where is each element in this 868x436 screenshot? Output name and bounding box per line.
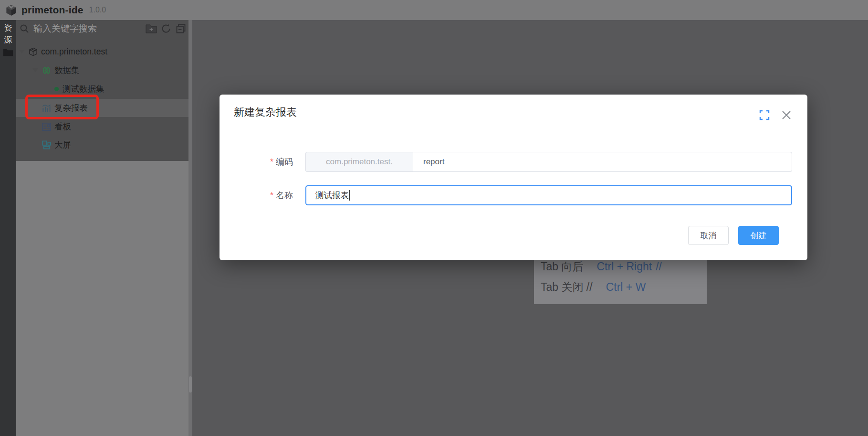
code-prefix: com.primeton.test. (305, 152, 413, 172)
search-icon (20, 24, 29, 33)
close-icon[interactable] (781, 109, 792, 121)
bigscreen-icon (42, 140, 51, 149)
cancel-button[interactable]: 取消 (688, 226, 729, 245)
hint-label: Tab 关闭 // (541, 281, 593, 293)
dialog-title: 新建复杂报表 (234, 105, 297, 119)
tree-item-label: 数据集 (54, 64, 80, 76)
shortcut-hint-line: Tab 向后Ctrl + Right// (541, 259, 662, 274)
tree-item-kanban[interactable]: 看板 (16, 117, 214, 136)
shortcut-hint-line: Tab 关闭 //Ctrl + W (541, 280, 649, 295)
resource-tree-panel: com.primeton.test 数据集 测试数据集 复杂报表 (16, 20, 188, 161)
hint-shortcut: Ctrl + Right (596, 260, 652, 273)
resource-sidebar: com.primeton.test 数据集 测试数据集 复杂报表 (16, 20, 188, 436)
required-mark: * (270, 157, 273, 167)
new-complex-report-dialog: 新建复杂报表 *编码 com.primeton.test. *名称 测试报表 取… (220, 95, 807, 260)
refresh-button[interactable] (160, 23, 172, 34)
hint-shortcut: Ctrl + W (606, 281, 646, 293)
caret-down-icon[interactable] (19, 50, 25, 53)
new-folder-button[interactable] (146, 23, 157, 34)
sidebar-scrollbar[interactable] (188, 20, 192, 436)
tree-item-bigscreen[interactable]: 大屏 (16, 136, 214, 154)
dataset-icon (42, 66, 51, 75)
tab-resources[interactable]: 资 源 (0, 22, 16, 46)
tree-item-label: 测试数据集 (63, 83, 105, 95)
tree-item-label: 看板 (54, 121, 71, 132)
caret-down-icon[interactable] (32, 68, 38, 72)
search-input[interactable] (32, 23, 146, 34)
green-dot-icon (54, 86, 59, 92)
hint-suffix: // (656, 260, 662, 273)
create-button[interactable]: 创建 (738, 226, 779, 245)
name-field-label: *名称 (270, 185, 293, 205)
name-input-value: 测试报表 (315, 190, 349, 201)
tree-item-dataset-folder[interactable]: 数据集 (16, 61, 205, 79)
search-bar (16, 20, 188, 37)
tree-item-package[interactable]: com.primeton.test (16, 43, 191, 61)
app-version: 1.0.0 (89, 6, 106, 14)
code-input[interactable] (413, 152, 792, 172)
activity-bar: 资 源 (0, 20, 16, 436)
app-logo-icon (5, 4, 18, 17)
app-title: primeton-ide (21, 4, 84, 16)
folder-tab-icon[interactable] (3, 47, 13, 57)
code-input-group: com.primeton.test. (305, 152, 792, 172)
package-icon (29, 47, 38, 56)
code-field-label: *编码 (270, 152, 293, 172)
dashboard-icon (42, 123, 51, 131)
report-chart-icon (42, 104, 51, 113)
text-cursor (349, 190, 350, 201)
search-actions (146, 23, 187, 34)
fullscreen-icon[interactable] (759, 110, 770, 120)
collapse-panels-button[interactable] (175, 23, 187, 34)
tree-item-label: com.primeton.test (41, 47, 107, 57)
required-mark: * (270, 191, 273, 200)
scrollbar-thumb[interactable] (189, 376, 192, 393)
name-input[interactable]: 测试报表 (305, 185, 792, 205)
tree-item-complex-report[interactable]: 复杂报表 (16, 99, 214, 117)
tree-item-label: 复杂报表 (54, 102, 88, 114)
tree-item-label: 大屏 (54, 139, 71, 150)
title-bar: primeton-ide 1.0.0 (0, 0, 868, 20)
hint-label: Tab 向后 (541, 260, 583, 273)
